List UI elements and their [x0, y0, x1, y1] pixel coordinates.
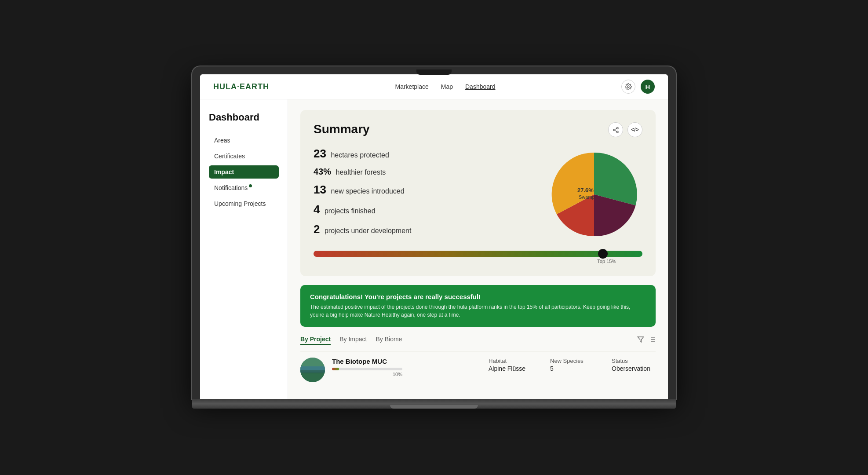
sidebar-item-notifications[interactable]: Notifications: [209, 181, 279, 194]
sidebar-item-impact[interactable]: Impact: [209, 165, 279, 179]
nav-links: Marketplace Map Dashboard: [395, 83, 496, 90]
svg-point-0: [627, 86, 629, 88]
progress-section: Top 15%: [314, 251, 642, 264]
svg-line-4: [615, 130, 616, 131]
code-button[interactable]: </>: [627, 122, 642, 137]
svg-point-3: [616, 131, 618, 133]
project-row: The Biotope MUC 10% Habitat Alpine Flüss…: [300, 351, 656, 388]
stat-hectares: 23 hectares protected: [314, 147, 537, 161]
svg-marker-8: [638, 337, 643, 342]
summary-card: Summary </>: [300, 110, 656, 276]
tabs: By Project By Impact By Biome: [300, 336, 402, 345]
stat-projects-finished: 4 projects finished: [314, 203, 537, 216]
summary-header: Summary </>: [314, 122, 642, 137]
share-button[interactable]: [608, 122, 623, 137]
stat-projects-dev: 2 projects under development: [314, 223, 537, 236]
laptop-base: [192, 399, 676, 409]
status-value: Oberservation: [612, 365, 656, 372]
settings-icon[interactable]: [621, 80, 635, 94]
svg-text:27.6%: 27.6%: [577, 187, 594, 194]
svg-point-2: [613, 129, 615, 131]
tabs-row: By Project By Impact By Biome: [300, 336, 656, 345]
summary-title: Summary: [314, 122, 370, 136]
pie-chart: 27.6% Swamp: [546, 146, 642, 243]
congrats-title: Congratulations! You're projects are rea…: [310, 293, 646, 300]
camera-notch: [416, 69, 452, 75]
project-thumbnail: [300, 358, 325, 382]
project-progress-bar: [332, 368, 402, 370]
stat-projects-finished-num: 4: [314, 203, 320, 216]
svg-line-5: [615, 128, 616, 129]
species-value: 5: [550, 365, 594, 372]
status-col: Status Oberservation: [612, 358, 656, 372]
summary-stats: 23 hectares protected 43% healthier fore…: [314, 147, 537, 242]
project-progress-fill: [332, 368, 339, 370]
logo: HULA·EARTH: [213, 82, 269, 91]
svg-text:Swamp: Swamp: [579, 194, 595, 200]
stat-forests: 43% healthier forests: [314, 167, 537, 177]
species-col: New Species 5: [550, 358, 594, 372]
project-name: The Biotope MUC: [332, 358, 481, 365]
summary-actions: </>: [608, 122, 642, 137]
species-label: New Species: [550, 358, 594, 364]
sidebar-item-upcoming[interactable]: Upcoming Projects: [209, 197, 279, 210]
stat-projects-finished-label: projects finished: [325, 207, 376, 215]
progress-marker: [598, 249, 608, 259]
congrats-banner: Congratulations! You're projects are rea…: [300, 285, 656, 327]
progress-label: Top 15%: [314, 259, 642, 264]
summary-body: 23 hectares protected 43% healthier fore…: [314, 146, 642, 243]
nav-dashboard[interactable]: Dashboard: [465, 83, 496, 90]
notification-dot: [249, 184, 252, 187]
stat-hectares-label: hectares protected: [331, 151, 389, 159]
tab-actions: [637, 336, 656, 344]
stat-projects-dev-label: projects under development: [325, 227, 411, 234]
progress-bar-track: [314, 251, 642, 257]
sidebar-item-areas[interactable]: Areas: [209, 134, 279, 147]
nav-map[interactable]: Map: [441, 83, 453, 90]
user-avatar[interactable]: H: [641, 80, 655, 94]
main-content: Summary </>: [288, 99, 668, 399]
congrats-text: The estimated positive impact of the pro…: [310, 303, 646, 319]
stat-forests-num: 43%: [314, 167, 331, 176]
sidebar-nav: Areas Certificates Impact Notifications …: [209, 134, 279, 210]
nav-icons: H: [621, 80, 655, 94]
habitat-value: Alpine Flüsse: [489, 365, 532, 372]
stat-species-label: new species introduced: [331, 187, 404, 195]
stat-forests-label: healthier forests: [336, 168, 386, 176]
laptop-frame: HULA·EARTH Marketplace Map Dashboard H: [192, 66, 676, 409]
screen-bezel: HULA·EARTH Marketplace Map Dashboard H: [192, 66, 676, 399]
project-meta: Habitat Alpine Flüsse New Species 5 Stat…: [489, 358, 656, 372]
svg-point-1: [616, 127, 618, 129]
sidebar: Dashboard Areas Certificates Impact Noti…: [200, 99, 288, 399]
screen: HULA·EARTH Marketplace Map Dashboard H: [200, 74, 668, 399]
sidebar-item-notifications-label: Notifications: [214, 184, 248, 191]
status-label: Status: [612, 358, 656, 364]
tab-by-impact[interactable]: By Impact: [339, 336, 367, 345]
project-pct: 10%: [332, 372, 402, 377]
top-nav: HULA·EARTH Marketplace Map Dashboard H: [200, 74, 668, 99]
habitat-label: Habitat: [489, 358, 532, 364]
habitat-col: Habitat Alpine Flüsse: [489, 358, 532, 372]
svg-rect-18: [300, 370, 325, 373]
main-layout: Dashboard Areas Certificates Impact Noti…: [200, 99, 668, 399]
stat-hectares-num: 23: [314, 147, 326, 160]
tab-by-project[interactable]: By Project: [300, 336, 331, 345]
project-info: The Biotope MUC 10%: [332, 358, 481, 377]
sort-button[interactable]: [649, 336, 656, 344]
stat-species: 13 new species introduced: [314, 183, 537, 197]
nav-marketplace[interactable]: Marketplace: [395, 83, 429, 90]
sidebar-title: Dashboard: [209, 112, 279, 123]
stat-species-num: 13: [314, 183, 326, 196]
stat-projects-dev-num: 2: [314, 223, 320, 236]
tab-by-biome[interactable]: By Biome: [376, 336, 402, 345]
sidebar-item-certificates[interactable]: Certificates: [209, 150, 279, 163]
filter-button[interactable]: [637, 336, 644, 344]
